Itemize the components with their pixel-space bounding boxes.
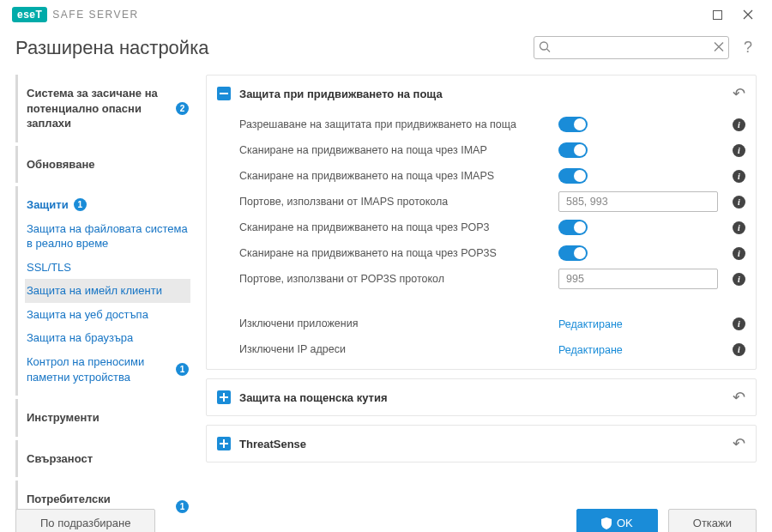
- sidebar-group-protections: Защити 1 Защита на файловата система в р…: [15, 186, 190, 396]
- minus-icon: [220, 93, 228, 94]
- main: Защита при придвижването на поща ↶ Разре…: [206, 75, 757, 497]
- svg-point-3: [540, 42, 548, 50]
- sidebar: Система за засичане на потенциално опасн…: [15, 75, 190, 497]
- toggle[interactable]: [558, 245, 588, 261]
- help-button[interactable]: ?: [739, 39, 757, 57]
- spacer: [239, 292, 745, 311]
- info-icon: i: [733, 247, 745, 260]
- info-icon: i: [733, 144, 745, 157]
- info-icon: i: [733, 221, 745, 234]
- sidebar-item-detection[interactable]: Система за засичане на потенциално опасн…: [25, 82, 190, 136]
- sidebar-item-realtime-fs[interactable]: Защита на файловата система в реално вре…: [25, 217, 190, 256]
- default-button[interactable]: По подразбиране: [15, 509, 155, 532]
- badge: 2: [176, 102, 189, 115]
- titlebar: eseT SAFE SERVER: [0, 0, 772, 29]
- header: Разширена настройка ?: [0, 29, 772, 75]
- panel-header[interactable]: Защита при придвижването на поща ↶: [207, 76, 756, 112]
- info-button[interactable]: i: [718, 143, 745, 157]
- info-icon: i: [733, 343, 745, 356]
- x-icon: [714, 41, 724, 51]
- info-button[interactable]: i: [718, 246, 745, 260]
- row-imaps-ports: Портове, използвани от IMAPS протокола i: [239, 189, 745, 215]
- expand-button[interactable]: [217, 390, 231, 404]
- clear-search-button[interactable]: [714, 41, 724, 54]
- panel-mailbox-protection: Защита на пощенска кутия ↶: [206, 378, 757, 416]
- sidebar-label: Защита на браузъра: [27, 330, 133, 346]
- expand-button[interactable]: [217, 437, 231, 450]
- ports-input[interactable]: [558, 269, 718, 289]
- sidebar-item-update[interactable]: Обновяване: [25, 153, 190, 177]
- logo-text: SAFE SERVER: [52, 9, 138, 21]
- revert-button[interactable]: ↶: [733, 84, 745, 103]
- close-button[interactable]: [736, 4, 760, 25]
- sidebar-label: Защита на уеб достъпа: [27, 307, 148, 323]
- plus-icon: [220, 439, 228, 448]
- ok-button[interactable]: OK: [576, 509, 658, 532]
- badge: 1: [74, 198, 87, 211]
- sidebar-item-ssltls[interactable]: SSL/TLS: [25, 256, 190, 280]
- sidebar-label: Система за засичане на потенциално опасн…: [27, 86, 171, 131]
- svg-rect-7: [220, 93, 228, 94]
- ports-input[interactable]: [558, 191, 718, 212]
- maximize-button[interactable]: [705, 4, 729, 25]
- info-icon: i: [733, 317, 745, 330]
- badge: 1: [176, 363, 189, 376]
- toggle[interactable]: [558, 168, 588, 184]
- search-icon: [539, 40, 551, 55]
- info-icon: i: [733, 118, 745, 131]
- logo-mark: eseT: [12, 7, 47, 22]
- sidebar-group-connectivity: Свързаност: [15, 440, 190, 478]
- info-icon: i: [733, 273, 745, 286]
- search-input[interactable]: [534, 36, 729, 59]
- row-scan-pop3s: Сканиране на придвижването на поща чрез …: [239, 240, 745, 266]
- sidebar-label: Защита на имейл клиенти: [27, 283, 162, 299]
- row-label: Изключени приложения: [239, 317, 558, 329]
- panel-title: Защита на пощенска кутия: [239, 391, 724, 404]
- info-button[interactable]: i: [718, 118, 745, 131]
- sidebar-item-email-clients[interactable]: Защита на имейл клиенти: [25, 279, 190, 303]
- panel-title: ThreatSense: [239, 438, 724, 450]
- edit-link[interactable]: Редактиране: [558, 344, 623, 356]
- body: Система за засичане на потенциално опасн…: [0, 75, 772, 497]
- collapse-button[interactable]: [217, 87, 231, 100]
- row-label: Изключени IP адреси: [239, 343, 558, 355]
- square-icon: [713, 10, 722, 20]
- sidebar-item-tools[interactable]: Инструменти: [25, 406, 190, 430]
- info-button[interactable]: i: [718, 272, 745, 286]
- close-icon: [743, 9, 753, 20]
- sidebar-item-connectivity[interactable]: Свързаност: [25, 447, 190, 471]
- panel-header[interactable]: Защита на пощенска кутия ↶: [207, 379, 756, 415]
- row-label: Сканиране на придвижването на поща чрез …: [239, 144, 558, 156]
- row-label: Сканиране на придвижването на поща чрез …: [239, 247, 558, 259]
- revert-button[interactable]: ↶: [733, 388, 745, 407]
- row-label: Сканиране на придвижването на поща чрез …: [239, 170, 558, 182]
- sidebar-label: SSL/TLS: [27, 260, 71, 275]
- search-wrap: [534, 36, 729, 59]
- edit-link[interactable]: Редактиране: [558, 318, 623, 330]
- info-button[interactable]: i: [718, 317, 745, 330]
- cancel-button[interactable]: Откажи: [668, 509, 757, 532]
- panel-threatsense: ThreatSense ↶: [206, 425, 757, 462]
- info-button[interactable]: i: [718, 221, 745, 234]
- sidebar-item-protections[interactable]: Защити 1: [25, 193, 190, 217]
- panel-mail-transport: Защита при придвижването на поща ↶ Разре…: [206, 75, 757, 370]
- row-excluded-apps: Изключени приложения Редактиране i: [239, 311, 745, 336]
- info-button[interactable]: i: [718, 169, 745, 183]
- row-scan-imap: Сканиране на придвижването на поща чрез …: [239, 137, 745, 163]
- info-icon: i: [733, 170, 745, 183]
- panel-header[interactable]: ThreatSense ↶: [207, 426, 756, 462]
- toggle[interactable]: [558, 142, 588, 158]
- sidebar-item-removable-media[interactable]: Контрол на преносими паметни устройства …: [25, 350, 190, 389]
- info-button[interactable]: i: [718, 342, 745, 356]
- svg-rect-9: [220, 396, 228, 398]
- revert-button[interactable]: ↶: [733, 434, 745, 453]
- sidebar-item-browser[interactable]: Защита на браузъра: [25, 326, 190, 350]
- svg-rect-0: [713, 10, 721, 19]
- toggle[interactable]: [558, 220, 588, 235]
- sidebar-label: Защити: [27, 197, 69, 213]
- app-logo: eseT SAFE SERVER: [12, 7, 139, 22]
- info-button[interactable]: i: [718, 195, 745, 209]
- sidebar-item-web-access[interactable]: Защита на уеб достъпа: [25, 303, 190, 327]
- sidebar-label: Защита на файловата система в реално вре…: [27, 221, 189, 251]
- toggle[interactable]: [558, 117, 588, 132]
